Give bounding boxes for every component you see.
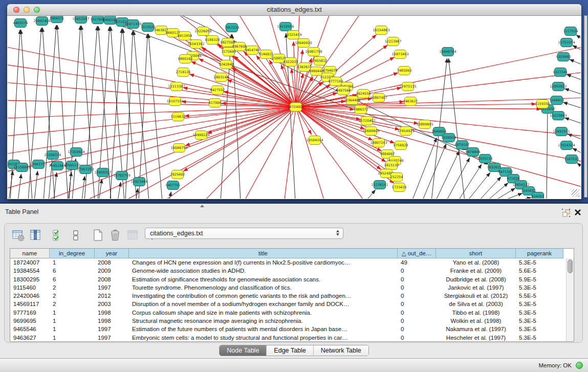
network-node[interactable]: 10807487 xyxy=(370,94,387,102)
show-columns-button[interactable] xyxy=(29,228,43,243)
network-node[interactable]: 1159358 xyxy=(535,100,550,108)
column-header-title[interactable]: title xyxy=(129,249,398,258)
network-node[interactable]: 9457751 xyxy=(166,181,181,190)
network-node[interactable]: 924502 xyxy=(532,192,545,199)
tab-edge-table[interactable]: Edge Table xyxy=(266,345,313,356)
network-node[interactable]: 18107554 xyxy=(166,97,183,106)
network-node[interactable]: 7957224 xyxy=(225,24,239,32)
table-row[interactable]: 946554611997Estimation of the future num… xyxy=(10,325,566,333)
network-node[interactable]: 1984371 xyxy=(50,16,64,23)
network-node[interactable]: 7986372 xyxy=(354,105,368,114)
network-node[interactable]: 1516632 xyxy=(171,113,186,121)
network-node[interactable]: 23226058 xyxy=(194,27,211,36)
network-node[interactable]: 9474444 xyxy=(466,148,481,157)
table-row[interactable]: 1456911722003Disruption of a novel membe… xyxy=(10,300,566,308)
network-node[interactable]: 8938924 xyxy=(442,134,456,142)
network-node[interactable]: 1244413 xyxy=(550,96,564,105)
tab-network-table[interactable]: Network Table xyxy=(313,345,368,356)
column-settings-button[interactable] xyxy=(11,228,26,243)
network-node[interactable]: 20364486 xyxy=(343,96,360,105)
network-node[interactable]: 15692971 xyxy=(553,127,570,136)
network-node[interactable]: 10653287 xyxy=(72,16,89,24)
network-node[interactable]: 9890162 xyxy=(178,55,193,63)
network-window-titlebar[interactable]: citations_edges.txt xyxy=(7,4,581,16)
table-row[interactable]: 977716911998Corpus callosum shape and si… xyxy=(10,309,566,317)
column-header-in_degree[interactable]: in_degree xyxy=(50,249,95,258)
network-node[interactable]: 17359924 xyxy=(68,148,84,157)
table-row[interactable]: 969969511998Structural magnetic resonanc… xyxy=(10,317,566,325)
network-node[interactable]: 16648784 xyxy=(439,48,456,56)
network-node[interactable]: 10899695 xyxy=(416,120,433,129)
network-node[interactable]: 7485063 xyxy=(397,67,412,75)
network-node[interactable]: 417006 xyxy=(209,99,222,107)
network-node[interactable]: 11156889 xyxy=(13,163,30,172)
network-node[interactable]: 9322037 xyxy=(284,58,298,67)
table-row[interactable]: 1938455462009Genome-wide association stu… xyxy=(10,267,566,275)
column-header-pagerank[interactable]: pagerank xyxy=(516,249,563,258)
network-node[interactable]: 4405574 xyxy=(13,19,28,28)
network-node[interactable]: 16543392 xyxy=(187,40,204,49)
tab-node-table[interactable]: Node Table xyxy=(220,345,266,356)
network-node[interactable]: 2718126 xyxy=(176,68,191,77)
float-panel-button[interactable] xyxy=(561,208,571,217)
clear-selection-button[interactable] xyxy=(69,228,83,243)
network-node[interactable]: 6879197 xyxy=(455,141,470,149)
table-row[interactable]: 911546021997Tourette syndrome. Phenomeno… xyxy=(10,283,566,292)
delete-table-button[interactable] xyxy=(108,228,123,243)
network-node[interactable]: 3175685 xyxy=(222,48,236,56)
network-node[interactable]: 16046759 xyxy=(170,144,187,152)
network-node[interactable]: 16671358 xyxy=(124,20,141,29)
network-node[interactable]: 8912954 xyxy=(178,32,192,40)
column-header-year[interactable]: year xyxy=(95,249,129,258)
network-node[interactable]: 9463627 xyxy=(403,97,418,106)
network-node[interactable]: 7625402 xyxy=(170,170,185,179)
network-node[interactable]: 3624554 xyxy=(356,90,371,98)
network-node[interactable]: 1117534 xyxy=(563,27,578,36)
network-node[interactable]: 16154863 xyxy=(373,26,389,35)
network-node[interactable]: 2803144 xyxy=(214,73,229,82)
network-node[interactable]: 17016504 xyxy=(558,141,575,150)
network-node[interactable]: 12975115 xyxy=(399,82,416,91)
table-row[interactable]: 946362711997Embryonic stem cells: a mode… xyxy=(10,334,566,342)
network-node[interactable]: 15720407 xyxy=(358,117,375,125)
network-node[interactable]: 13942757 xyxy=(30,160,47,169)
network-node[interactable]: 18807243 xyxy=(370,139,387,147)
scrollbar-thumb[interactable] xyxy=(568,259,573,273)
network-node[interactable]: 9329960 xyxy=(556,53,571,61)
column-header-out_de[interactable]: △ out_de… xyxy=(398,249,436,258)
network-node[interactable]: 14998229 xyxy=(192,131,209,140)
network-node[interactable]: 19584554 xyxy=(306,136,323,145)
table-row[interactable]: 1830029562008Estimation of significance … xyxy=(10,275,566,283)
close-panel-button[interactable] xyxy=(574,208,582,216)
column-header-name[interactable]: name xyxy=(10,249,50,258)
network-node[interactable]: 6497568 xyxy=(336,86,351,95)
network-node[interactable]: 12093822 xyxy=(550,82,567,91)
network-node[interactable]: 8454749 xyxy=(245,46,260,55)
network-node[interactable]: 8427552 xyxy=(210,86,225,95)
network-node[interactable]: 8186328 xyxy=(205,36,220,45)
maximize-window-button[interactable] xyxy=(34,7,40,13)
network-node[interactable]: 15136141 xyxy=(371,181,388,189)
network-node[interactable]: 9227341 xyxy=(553,68,568,77)
network-node[interactable]: 9756928 xyxy=(394,141,408,150)
network-node[interactable]: 16961758 xyxy=(305,48,322,56)
network-node[interactable]: 2935114 xyxy=(478,155,493,163)
network-node[interactable]: 18640910 xyxy=(295,39,312,48)
network-node[interactable]: 18724007 xyxy=(287,103,304,112)
table-scrollbar[interactable] xyxy=(566,258,574,341)
network-node[interactable]: 20206576 xyxy=(44,151,61,160)
network-node[interactable]: 10688609 xyxy=(362,127,379,136)
network-node[interactable]: 16782759 xyxy=(113,171,130,180)
network-node[interactable]: 12213387 xyxy=(168,82,185,91)
table-selector-dropdown[interactable]: citations_edges.txt xyxy=(145,228,343,239)
network-node[interactable]: 13325419 xyxy=(285,31,301,39)
network-node[interactable]: 17957253 xyxy=(77,165,94,174)
network-node[interactable]: 1733426 xyxy=(392,183,407,192)
network-node[interactable]: 7955812 xyxy=(313,57,328,65)
new-file-button[interactable] xyxy=(91,228,105,243)
select-rows-button[interactable] xyxy=(51,228,66,243)
network-node[interactable]: 10973493 xyxy=(391,50,408,59)
network-node[interactable]: 12213967 xyxy=(384,37,401,46)
network-node[interactable]: 12923446 xyxy=(130,178,147,186)
network-node[interactable]: 20691406 xyxy=(33,17,50,26)
